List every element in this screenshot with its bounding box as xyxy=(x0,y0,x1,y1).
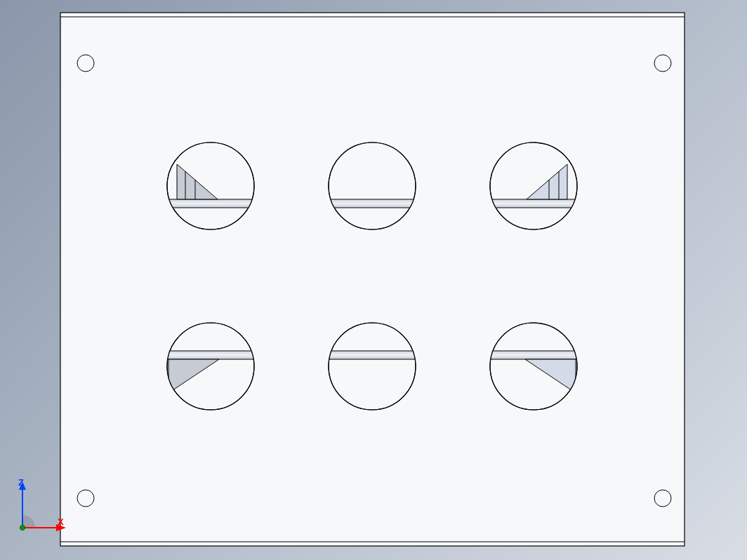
mounting-hole-tr xyxy=(654,55,671,72)
mounting-hole-br xyxy=(654,490,671,507)
z-axis-label: Z xyxy=(18,477,24,488)
plate-face xyxy=(60,13,685,546)
mounting-hole-bl xyxy=(77,490,94,507)
mounting-hole-tl xyxy=(77,55,94,72)
x-axis-label: X xyxy=(58,516,64,527)
coordinate-triad[interactable]: Z X xyxy=(17,480,73,536)
cad-viewport[interactable]: Z X xyxy=(0,0,747,560)
y-axis-dot xyxy=(20,526,25,531)
svg-point-12 xyxy=(329,142,416,229)
svg-point-25 xyxy=(329,323,416,410)
part-drawing[interactable] xyxy=(0,0,747,560)
